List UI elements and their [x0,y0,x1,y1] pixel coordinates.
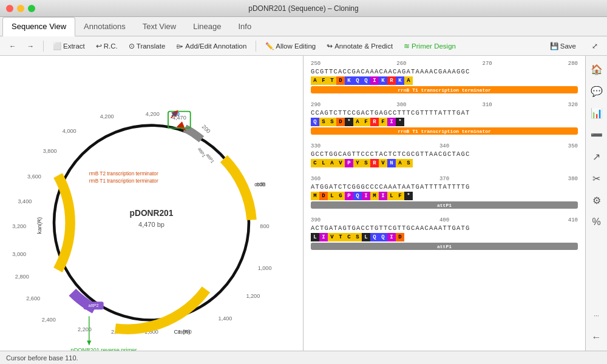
status-bar: Cursor before base 110. [0,351,607,364]
minimize-button[interactable] [17,5,24,12]
minus-icon[interactable]: ➖ [588,126,605,143]
seq-block-3: 330340350 GCCTGGCAGTTCCCTACTCTCGCGTTAACG… [311,143,578,167]
tab-sequence-view[interactable]: Sequence View [2,17,75,36]
svg-text:attP1: attP1 [205,152,215,164]
rc-icon: ↩ [96,42,102,50]
title-bar: pDONR201 (Sequence) – Cloning [0,0,607,17]
seq-block-4: 360370380 ATGGATCTCGGGCCCCAAATAATGATTTTA… [311,176,578,209]
tab-info[interactable]: Info [229,17,260,36]
main-content: 4,200 4,470 200 600 800 1,000 1,200 1,40… [0,56,607,351]
svg-text:1,200: 1,200 [246,293,260,299]
svg-text:kan(R): kan(R) [36,217,42,234]
svg-text:rrnB T1 transcription terminat: rrnB T1 transcription terminator [89,178,158,184]
window-controls[interactable] [6,5,35,12]
tab-bar: Sequence View Annotations Text View Line… [0,17,607,36]
annotate-predict-button[interactable]: ↬ Annotate & Predict [322,40,397,52]
expand-icon: ⤢ [592,42,598,50]
window-title: pDONR201 (Sequence) – Cloning [248,4,358,13]
svg-text:3,000: 3,000 [12,251,26,257]
svg-text:1,400: 1,400 [219,315,232,322]
svg-text:4,000: 4,000 [63,128,76,134]
scissors-icon[interactable]: ✂ [588,170,605,187]
gear-icon[interactable]: ⚙ [588,192,605,209]
status-text: Cursor before base 110. [6,354,78,362]
plasmid-svg: 4,200 4,470 200 600 800 1,000 1,200 1,40… [0,56,303,351]
separator-1 [43,41,44,52]
seq-block-1: 250260270280 GCGTTCACCGACAAACAACAGATAAAA… [311,61,578,93]
toolbar: ← → ⬜ Extract ↩ R.C. ⊙ Translate ⌲ Add/E… [0,36,607,56]
allow-editing-button[interactable]: ✏️ Allow Editing [261,40,320,52]
close-button[interactable] [6,5,13,12]
chart-icon[interactable]: 📊 [588,104,605,121]
pencil-icon: ✏️ [265,42,274,50]
seq-block-5: 390400410 ACTGATAGTGACCTGTTCGTTGCAACAAAT… [311,217,578,250]
home-icon[interactable]: 🏠 [588,61,605,78]
seq-block-2: 290300310320 CCAGTCTTCCGACTGAGCCTTTCGTTT… [311,102,578,135]
plasmid-map-panel[interactable]: 4,200 4,470 200 600 800 1,000 1,200 1,40… [0,56,304,351]
export-icon[interactable]: ↗ [588,148,605,165]
svg-text:3,200: 3,200 [12,223,26,229]
back-button[interactable]: ← [5,41,21,52]
svg-text:pDONR201 reverse primer: pDONR201 reverse primer [71,347,137,351]
comment-icon[interactable]: 💬 [588,83,605,99]
separator-2 [256,41,256,52]
save-button[interactable]: 💾 Save [546,40,580,52]
svg-text:200: 200 [201,124,212,135]
sequence-panel[interactable]: 250260270280 GCGTTCACCGACAAACAACAGATAAAA… [304,56,585,351]
translate-button[interactable]: ⊙ Translate [124,40,170,52]
extract-button[interactable]: ⬜ Extract [49,40,89,52]
primer-icon: ≋ [404,42,410,50]
percent-icon[interactable]: % [588,214,605,231]
forward-icon: → [27,42,35,50]
svg-text:3,800: 3,800 [43,148,57,154]
svg-text:2,800: 2,800 [15,274,29,280]
svg-text:attP2: attP2 [89,303,99,308]
svg-marker-35 [87,340,91,345]
svg-text:4,200: 4,200 [146,111,160,117]
svg-text:attP1: attP1 [197,147,206,158]
svg-text:3,400: 3,400 [18,198,32,204]
svg-text:3,600: 3,600 [27,174,41,180]
tab-lineage[interactable]: Lineage [185,17,229,36]
primer-design-button[interactable]: ≋ Primer Design [399,40,460,52]
add-edit-annotation-button[interactable]: ⌲ Add/Edit Annotation [172,41,251,52]
svg-text:pDONR201: pDONR201 [130,209,174,218]
forward-button[interactable]: → [23,41,39,52]
svg-text:2,600: 2,600 [26,295,40,302]
svg-text:1,000: 1,000 [258,265,272,271]
wand-icon: ↬ [327,42,333,50]
translate-icon: ⊙ [129,42,135,50]
svg-text:rrnB T2 transcription terminat: rrnB T2 transcription terminator [89,171,158,177]
add-edit-icon: ⌲ [176,42,183,50]
rc-button[interactable]: ↩ R.C. [92,40,122,52]
maximize-button[interactable] [28,5,35,12]
extract-icon: ⬜ [53,42,61,50]
collapse-icon[interactable]: ← [588,329,605,346]
svg-text:2,400: 2,400 [42,317,56,323]
tab-annotations[interactable]: Annotations [75,17,134,36]
right-sidebar: 🏠 💬 📊 ➖ ↗ ✂ ⚙ % ··· ← [585,56,607,351]
more-icon[interactable]: ··· [588,307,605,324]
back-icon: ← [9,42,16,50]
svg-text:Cm(R): Cm(R) [174,329,190,335]
tab-text-view[interactable]: Text View [134,17,185,36]
svg-text:ccdB: ccdB [254,182,266,187]
expand-button[interactable]: ⤢ [588,40,602,52]
svg-text:4,200: 4,200 [100,113,114,120]
save-icon: 💾 [550,42,558,50]
svg-text:800: 800 [260,223,269,229]
svg-text:110: 110 [171,112,180,117]
svg-text:4,470 bp: 4,470 bp [138,221,164,228]
